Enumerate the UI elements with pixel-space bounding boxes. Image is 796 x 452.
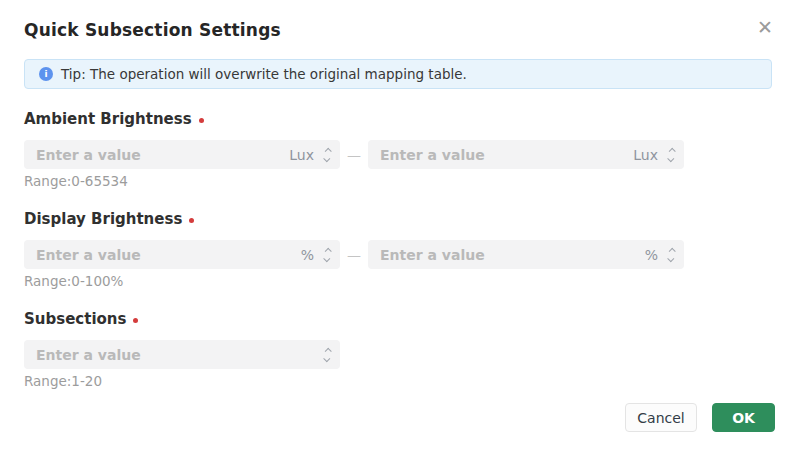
required-dot — [133, 318, 138, 323]
unit-label: Lux — [633, 147, 658, 163]
dialog-footer: Cancel OK — [625, 403, 775, 432]
unit-label: % — [301, 247, 314, 263]
chevron-down-icon[interactable] — [667, 255, 674, 262]
inputs-row — [24, 340, 772, 369]
dialog-header: Quick Subsection Settings ✕ — [24, 20, 772, 40]
inputs-row: % — % — [24, 240, 772, 269]
page-title: Quick Subsection Settings — [24, 20, 772, 40]
quantity-stepper[interactable] — [324, 346, 331, 364]
range-separator: — — [340, 147, 368, 163]
subsections-input[interactable] — [36, 340, 324, 369]
quick-subsection-settings-dialog: Quick Subsection Settings ✕ i Tip: The o… — [0, 0, 796, 452]
range-hint: Range:1-20 — [24, 373, 772, 389]
info-icon: i — [39, 67, 53, 81]
ambient-brightness-min-input[interactable] — [36, 140, 289, 169]
inputs-row: Lux — Lux — [24, 140, 772, 169]
chevron-up-icon[interactable] — [669, 247, 676, 254]
ok-button[interactable]: OK — [712, 403, 775, 432]
field-label-subsections: Subsections — [24, 310, 126, 328]
chevron-down-icon[interactable] — [323, 255, 330, 262]
unit-label: % — [645, 247, 658, 263]
display-brightness-min-field[interactable]: % — [24, 240, 340, 269]
required-dot — [189, 218, 194, 223]
label-row: Ambient Brightness — [24, 110, 772, 128]
label-row: Subsections — [24, 310, 772, 328]
subsections-field[interactable] — [24, 340, 340, 369]
tip-banner: i Tip: The operation will overwrite the … — [24, 59, 772, 89]
display-brightness-max-input[interactable] — [380, 240, 645, 269]
chevron-up-icon[interactable] — [669, 147, 676, 154]
close-icon[interactable]: ✕ — [752, 14, 778, 40]
tip-text: Tip: The operation will overwrite the or… — [61, 66, 467, 82]
display-brightness-max-field[interactable]: % — [368, 240, 684, 269]
section-display-brightness: Display Brightness % — % R — [24, 210, 772, 289]
display-brightness-min-input[interactable] — [36, 240, 301, 269]
quantity-stepper[interactable] — [668, 246, 675, 264]
chevron-down-icon[interactable] — [323, 155, 330, 162]
required-dot — [199, 118, 204, 123]
ambient-brightness-max-input[interactable] — [380, 140, 633, 169]
chevron-down-icon[interactable] — [323, 355, 330, 362]
ambient-brightness-min-field[interactable]: Lux — [24, 140, 340, 169]
field-label-ambient-brightness: Ambient Brightness — [24, 110, 192, 128]
range-hint: Range:0-65534 — [24, 173, 772, 189]
unit-label: Lux — [289, 147, 314, 163]
chevron-up-icon[interactable] — [325, 347, 332, 354]
quantity-stepper[interactable] — [668, 146, 675, 164]
field-label-display-brightness: Display Brightness — [24, 210, 182, 228]
section-subsections: Subsections Range:1-20 — [24, 310, 772, 389]
chevron-down-icon[interactable] — [667, 155, 674, 162]
label-row: Display Brightness — [24, 210, 772, 228]
range-separator: — — [340, 247, 368, 263]
quantity-stepper[interactable] — [324, 246, 331, 264]
chevron-up-icon[interactable] — [325, 147, 332, 154]
range-hint: Range:0-100% — [24, 273, 772, 289]
section-ambient-brightness: Ambient Brightness Lux — Lux — [24, 110, 772, 189]
cancel-button[interactable]: Cancel — [625, 403, 697, 432]
ambient-brightness-max-field[interactable]: Lux — [368, 140, 684, 169]
chevron-up-icon[interactable] — [325, 247, 332, 254]
quantity-stepper[interactable] — [324, 146, 331, 164]
